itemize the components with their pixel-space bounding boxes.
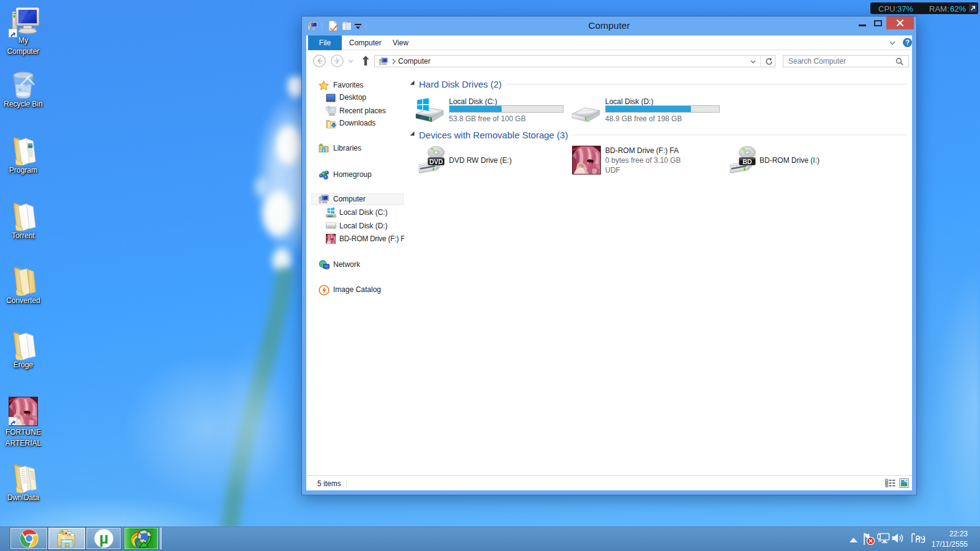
svg-text:BD: BD (742, 158, 752, 165)
svg-text:µ: µ (99, 529, 108, 547)
svg-text:DVD: DVD (429, 158, 443, 165)
